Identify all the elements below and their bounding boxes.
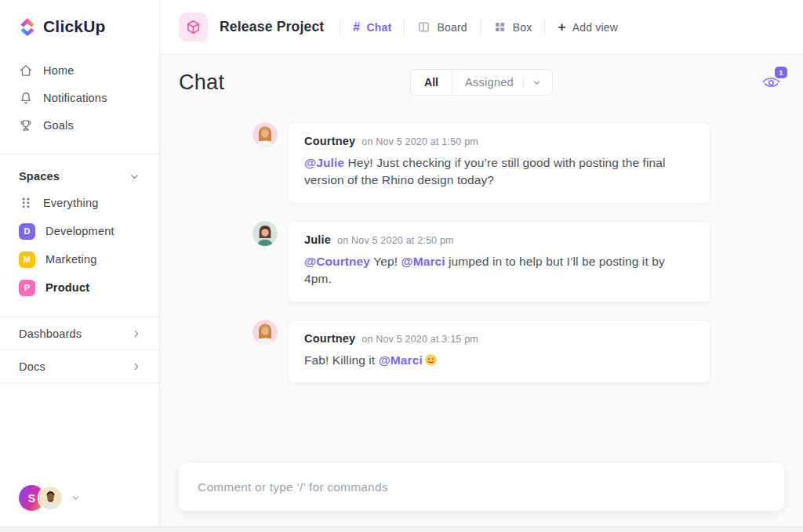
filter-all-button[interactable]: All — [411, 70, 452, 95]
user-mention[interactable]: @Marci — [379, 353, 423, 367]
chat-message: Courtneyon Nov 5 2020 at 3:15 pmFab! Kil… — [253, 320, 710, 383]
add-view-button[interactable]: + Add view — [545, 20, 630, 34]
space-label: Everything — [43, 197, 99, 209]
tab-box[interactable]: Box — [481, 20, 545, 34]
home-icon — [19, 63, 33, 78]
watchers-count-badge: 1 — [775, 67, 787, 78]
hash-icon: # — [353, 20, 360, 34]
slightly-smiling-face-emoji-icon — [424, 353, 438, 367]
space-label: Marketing — [45, 253, 96, 266]
clickup-logo[interactable]: ClickUp — [0, 0, 159, 49]
chevron-right-icon — [131, 361, 142, 372]
space-badge-development: D — [19, 223, 35, 240]
spaces-list: Everything D Development M Marketing P P… — [0, 189, 159, 302]
sidebar-item-goals[interactable]: Goals — [0, 111, 159, 139]
view-label: Box — [513, 21, 532, 34]
grid-dots-icon — [19, 196, 33, 210]
message-header: Courtneyon Nov 5 2020 at 3:15 pm — [304, 332, 694, 345]
message-card: Courtneyon Nov 5 2020 at 1:50 pm@Julie H… — [288, 122, 710, 204]
box-icon — [493, 20, 507, 34]
sidebar-item-dashboards[interactable]: Dashboards — [0, 317, 159, 350]
view-label: Chat — [366, 21, 391, 34]
sidebar: ClickUp Home Notifications Goals Spaces — [0, 0, 160, 527]
user-mention[interactable]: @Courtney — [304, 255, 370, 268]
spaces-header-label: Spaces — [19, 170, 60, 183]
chevron-right-icon — [131, 328, 142, 339]
chevron-down-icon[interactable] — [71, 493, 81, 503]
sidebar-nav: Home Notifications Goals — [0, 49, 159, 139]
sidebar-item-docs[interactable]: Docs — [0, 350, 159, 383]
avatar[interactable] — [253, 221, 278, 246]
plus-icon: + — [558, 20, 565, 34]
bell-icon — [19, 91, 33, 105]
message-list: Courtneyon Nov 5 2020 at 1:50 pm@Julie H… — [253, 122, 710, 383]
sidebar-item-everything[interactable]: Everything — [0, 189, 159, 217]
page-title: Chat — [179, 71, 410, 95]
user-mention[interactable]: @Julie — [304, 156, 344, 169]
sidebar-item-home[interactable]: Home — [0, 56, 159, 84]
cube-icon — [185, 19, 202, 35]
sidebar-item-label: Goals — [43, 119, 74, 132]
space-label: Development — [45, 225, 114, 237]
space-badge-marketing: M — [19, 252, 35, 268]
spaces-header[interactable]: Spaces — [0, 154, 159, 189]
project-title: Release Project — [220, 19, 324, 35]
view-label: Board — [437, 21, 467, 34]
topbar: Release Project # Chat Board Box + Add v… — [160, 0, 803, 55]
link-label: Dashboards — [19, 328, 82, 340]
message-timestamp: on Nov 5 2020 at 2:50 pm — [337, 235, 454, 246]
message-body: @Julie Hey! Just checking if you’re stil… — [304, 154, 694, 190]
message-header: Julieon Nov 5 2020 at 2:50 pm — [304, 233, 694, 246]
chat-content: Chat All Assigned 1 Courtneyon Nov 5 — [160, 55, 803, 527]
user-mention[interactable]: @Marci — [401, 255, 445, 268]
message-header: Courtneyon Nov 5 2020 at 1:50 pm — [304, 135, 694, 147]
clickup-app: ClickUp Home Notifications Goals Spaces — [0, 0, 803, 532]
clickup-logo-icon — [19, 17, 36, 36]
window-bottom-edge — [0, 527, 803, 532]
message-card: Courtneyon Nov 5 2020 at 3:15 pmFab! Kil… — [288, 320, 710, 383]
avatar[interactable] — [253, 320, 278, 345]
filter-assigned-button[interactable]: Assigned — [452, 76, 523, 89]
clickup-wordmark: ClickUp — [43, 17, 106, 36]
chat-header-right: 1 — [553, 72, 784, 92]
sidebar-item-notifications[interactable]: Notifications — [0, 84, 159, 111]
chat-message: Courtneyon Nov 5 2020 at 1:50 pm@Julie H… — [253, 122, 710, 204]
sidebar-item-development[interactable]: D Development — [0, 217, 159, 245]
message-author: Courtney — [304, 332, 355, 345]
sidebar-item-label: Home — [43, 64, 74, 77]
message-timestamp: on Nov 5 2020 at 1:50 pm — [362, 136, 478, 147]
chat-filter-control: All Assigned — [410, 69, 553, 96]
chevron-down-icon — [129, 171, 140, 183]
chat-message: Julieon Nov 5 2020 at 2:50 pm@Courtney Y… — [253, 221, 710, 302]
avatar[interactable] — [253, 122, 278, 147]
message-card: Julieon Nov 5 2020 at 2:50 pm@Courtney Y… — [288, 221, 710, 302]
trophy-icon — [19, 118, 33, 132]
link-label: Docs — [19, 360, 45, 373]
comment-input[interactable] — [198, 480, 765, 494]
project-icon[interactable] — [179, 13, 208, 42]
space-badge-product: P — [19, 280, 35, 296]
add-view-label: Add view — [572, 21, 618, 34]
comment-composer — [179, 463, 784, 511]
sidebar-footer: S — [0, 485, 159, 527]
message-body: @Courtney Yep! @Marci jumped in to help … — [304, 253, 694, 288]
tab-board[interactable]: Board — [405, 20, 479, 34]
user-avatar[interactable] — [38, 485, 64, 511]
board-icon — [417, 20, 431, 34]
message-author: Courtney — [304, 135, 355, 147]
chat-header: Chat All Assigned 1 — [179, 55, 784, 110]
user-avatar-photo — [39, 487, 62, 509]
message-author: Julie — [304, 233, 331, 246]
sidebar-links: Dashboards Docs — [0, 317, 159, 383]
sidebar-item-label: Notifications — [43, 92, 107, 104]
filter-dropdown-button[interactable] — [524, 78, 552, 88]
message-timestamp: on Nov 5 2020 at 3:15 pm — [362, 334, 478, 345]
chevron-down-icon — [532, 78, 542, 88]
watchers-button[interactable]: 1 — [761, 72, 784, 92]
sidebar-item-product[interactable]: P Product — [0, 273, 159, 302]
tab-chat[interactable]: # Chat — [340, 20, 404, 34]
space-label: Product — [45, 281, 89, 294]
message-body: Fab! Killing it @Marci — [304, 352, 694, 369]
sidebar-item-marketing[interactable]: M Marketing — [0, 245, 159, 273]
main-area: Release Project # Chat Board Box + Add v… — [160, 0, 803, 527]
